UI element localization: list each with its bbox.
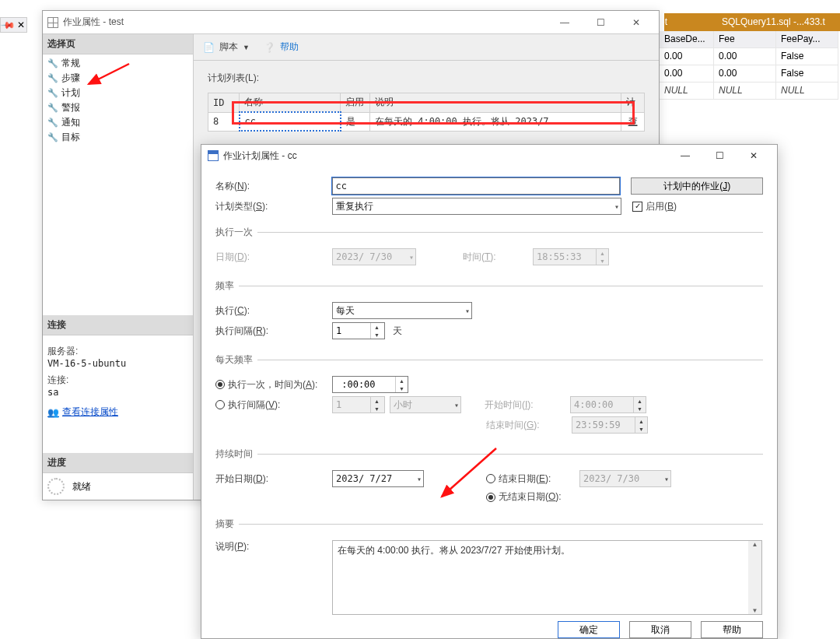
name-input[interactable] bbox=[332, 177, 621, 195]
bg-tab-title: SQLQuery11.sql -...433.t bbox=[722, 16, 825, 27]
cell-name[interactable]: cc bbox=[240, 112, 341, 131]
repeat-every-radio[interactable]: 执行间隔(V): bbox=[215, 398, 332, 412]
schedule-title: 作业计划属性 - cc bbox=[223, 149, 297, 163]
no-end-date-radio[interactable]: 无结束日期(O): bbox=[486, 490, 562, 504]
sidebar-connection: 服务器: VM-16-5-ubuntu 连接: sa 👥 查看连接属性 bbox=[43, 335, 193, 423]
sidebar-item-notify[interactable]: 🔧通知 bbox=[46, 115, 190, 130]
ready-label: 就绪 bbox=[72, 480, 91, 493]
radio-icon bbox=[486, 474, 495, 483]
col-enable[interactable]: 启用 bbox=[341, 93, 370, 113]
daily-frequency-group: 每天频率 执行一次，时间为(A): ▲▼ 执行间隔(V): ▲▼ bbox=[215, 353, 763, 437]
help-link[interactable]: 帮助 bbox=[280, 40, 299, 54]
bg-col-feepay: FeePay... bbox=[776, 31, 838, 48]
radio-icon bbox=[215, 380, 225, 389]
close-button[interactable]: ✕ bbox=[618, 11, 654, 34]
bg-col-basede: BaseDe... bbox=[660, 31, 714, 48]
sidebar-item-general[interactable]: 🔧常规 bbox=[46, 56, 190, 71]
end-date-radio[interactable]: 结束日期(E): bbox=[486, 472, 579, 486]
help-icon: ❔ bbox=[264, 42, 275, 53]
conn-value: sa bbox=[47, 387, 188, 398]
once-at-radio[interactable]: 执行一次，时间为(A): bbox=[215, 378, 332, 391]
summary-label: 说明(P): bbox=[215, 540, 332, 553]
col-plan[interactable]: 计 bbox=[621, 93, 645, 113]
duration-legend: 持续时间 bbox=[215, 448, 257, 461]
close-icon[interactable]: ✕ bbox=[17, 19, 25, 30]
once-at-time-spinner[interactable]: ▲▼ bbox=[332, 376, 408, 393]
repeat-interval-spinner: ▲▼ bbox=[332, 396, 385, 413]
bg-cell: False bbox=[776, 48, 838, 65]
script-label[interactable]: 脚本 bbox=[219, 40, 238, 54]
schedule-titlebar[interactable]: 作业计划属性 - cc — ☐ ✕ bbox=[201, 145, 777, 167]
table-row[interactable]: 8 cc 是 在每天的 4:00:00 执行。将从 2023/7... 查 bbox=[208, 112, 645, 131]
bg-col-fee: Fee bbox=[714, 31, 776, 48]
start-date-picker[interactable]: 2023/ 7/27▾ bbox=[332, 470, 424, 487]
cell-enable: 是 bbox=[341, 112, 370, 131]
time-label: 时间(T): bbox=[463, 251, 533, 264]
script-icon: 📄 bbox=[203, 42, 215, 53]
jobs-in-plan-button[interactable]: 计划中的作业(J) bbox=[631, 177, 763, 195]
window-icon bbox=[47, 17, 58, 28]
enable-checkbox[interactable]: ✓ 启用(B) bbox=[632, 200, 677, 213]
pin-icon: 📌 bbox=[0, 17, 16, 33]
daily-frequency-legend: 每天频率 bbox=[215, 353, 257, 367]
cell-view[interactable]: 查 bbox=[621, 112, 645, 131]
date-label: 日期(D): bbox=[215, 251, 332, 264]
exec-label: 执行(C): bbox=[215, 304, 332, 318]
interval-unit: 天 bbox=[393, 325, 402, 338]
chevron-down-icon: ▾ bbox=[417, 475, 422, 483]
server-value: VM-16-5-ubuntu bbox=[47, 358, 188, 369]
sidebar-item-alert[interactable]: 🔧警报 bbox=[46, 100, 190, 115]
chevron-down-icon: ▾ bbox=[614, 202, 619, 211]
bg-cell: NULL bbox=[776, 83, 838, 100]
progress-block: 就绪 bbox=[43, 473, 193, 500]
once-date-picker: 2023/ 7/30▾ bbox=[332, 248, 416, 265]
plan-table[interactable]: ID 名称 启用 说明 计 8 cc 是 在每天的 4:00:00 执行。将从 … bbox=[208, 93, 645, 132]
maximize-button[interactable]: ☐ bbox=[583, 11, 618, 34]
close-button[interactable]: ✕ bbox=[737, 145, 771, 167]
interval-spinner[interactable]: ▲▼ bbox=[332, 322, 385, 339]
background-tab: et SQLQuery11.sql -...433.t bbox=[664, 13, 840, 31]
cell-id: 8 bbox=[208, 112, 240, 131]
checkbox-icon: ✓ bbox=[632, 202, 642, 212]
scrollbar[interactable]: ▲▼ bbox=[748, 541, 761, 614]
chevron-down-icon: ▾ bbox=[465, 307, 470, 315]
sidebar-progress-header: 进度 bbox=[43, 453, 193, 473]
summary-legend: 摘要 bbox=[215, 518, 239, 531]
left-panel-stub[interactable]: 📌 ✕ bbox=[0, 17, 27, 33]
col-name[interactable]: 名称 bbox=[240, 93, 341, 113]
help-button[interactable]: 帮助 bbox=[701, 621, 763, 638]
col-desc[interactable]: 说明 bbox=[370, 93, 621, 113]
job-titlebar[interactable]: 作业属性 - test — ☐ ✕ bbox=[43, 11, 659, 34]
job-title: 作业属性 - test bbox=[63, 16, 124, 29]
cancel-button[interactable]: 取消 bbox=[629, 621, 691, 638]
radio-icon bbox=[215, 400, 225, 409]
chevron-down-icon[interactable]: ▼ bbox=[243, 44, 250, 51]
minimize-button[interactable]: — bbox=[668, 145, 702, 167]
spinner-buttons[interactable]: ▲▼ bbox=[370, 323, 383, 339]
spinner-buttons[interactable]: ▲▼ bbox=[395, 377, 408, 392]
col-id[interactable]: ID bbox=[208, 93, 240, 113]
sidebar-item-steps[interactable]: 🔧步骤 bbox=[46, 71, 190, 86]
sidebar-item-schedule[interactable]: 🔧计划 bbox=[46, 86, 190, 100]
dialog-button-row: 确定 取消 帮助 bbox=[201, 615, 777, 638]
start-date-label: 开始日期(D): bbox=[215, 472, 332, 486]
calendar-icon bbox=[208, 150, 219, 161]
minimize-button[interactable]: — bbox=[547, 11, 583, 34]
bg-cell: 0.00 bbox=[660, 65, 714, 83]
maximize-button[interactable]: ☐ bbox=[702, 145, 737, 167]
start-time-label: 开始时间(I): bbox=[485, 398, 570, 412]
cell-desc: 在每天的 4:00:00 执行。将从 2023/7... bbox=[370, 112, 621, 131]
plan-list-label: 计划列表(L): bbox=[208, 72, 645, 85]
repeat-unit-select: 小时▾ bbox=[390, 396, 461, 413]
interval-label: 执行间隔(R): bbox=[215, 325, 332, 338]
frequency-select[interactable]: 每天▾ bbox=[332, 302, 472, 319]
sidebar-item-target[interactable]: 🔧目标 bbox=[46, 130, 190, 145]
type-select[interactable]: 重复执行 ▾ bbox=[332, 198, 621, 215]
spinner-icon bbox=[47, 478, 65, 495]
sidebar-select-page-header: 选择页 bbox=[43, 34, 193, 54]
view-connection-link[interactable]: 👥 查看连接属性 bbox=[47, 406, 118, 419]
script-toolbar: 📄 脚本 ▼ ❔ 帮助 bbox=[194, 34, 659, 61]
summary-textarea[interactable]: 在每天的 4:00:00 执行。将从 2023/7/27 开始使用计划。 ▲▼ bbox=[332, 540, 762, 615]
ok-button[interactable]: 确定 bbox=[558, 621, 620, 638]
wrench-icon: 🔧 bbox=[47, 88, 58, 98]
